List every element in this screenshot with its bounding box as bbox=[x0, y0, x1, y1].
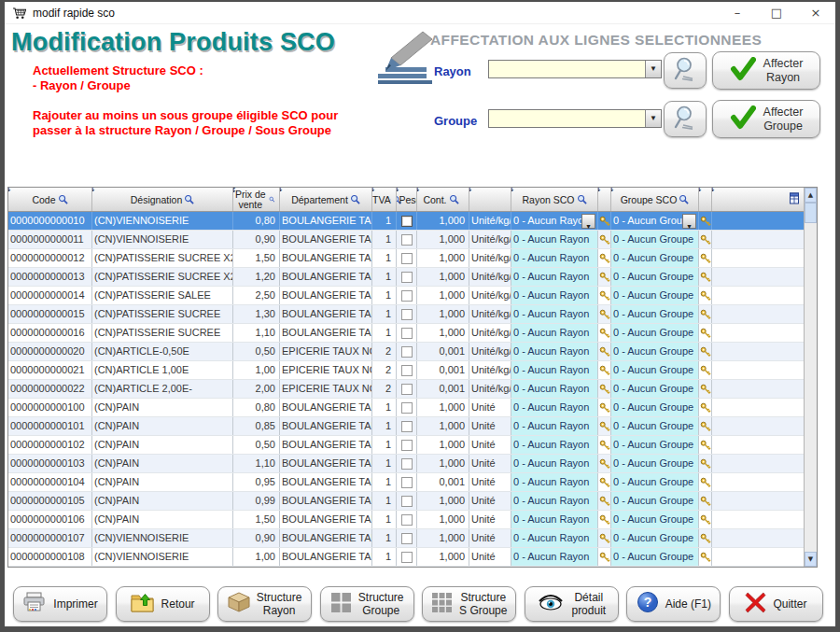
quitter-button[interactable]: Quitter bbox=[729, 586, 823, 622]
cell-groupe-sco[interactable]: 0 - Aucun Groupe bbox=[611, 343, 699, 360]
scrollbar-track[interactable] bbox=[805, 223, 817, 552]
cell-designation[interactable]: (CN)PAIN bbox=[92, 399, 233, 416]
cell-departement[interactable]: BOULANGERIE TAUX bbox=[280, 212, 372, 230]
cell-departement[interactable]: BOULANGERIE TAUX bbox=[280, 548, 372, 566]
groupe-key-button[interactable] bbox=[699, 436, 712, 454]
cell-departement[interactable]: BOULANGERIE TAUX bbox=[280, 231, 372, 248]
groupe-key-button[interactable] bbox=[699, 548, 712, 566]
cell-departement[interactable]: BOULANGERIE TAUX bbox=[280, 455, 372, 472]
pese-checkbox[interactable] bbox=[401, 253, 413, 264]
cell-unite[interactable]: Unité/kg/ bbox=[469, 249, 511, 267]
pese-checkbox[interactable] bbox=[401, 384, 413, 395]
table-row[interactable]: 0000000000012 (CN)PATISSERIE SUCREE X2 1… bbox=[8, 249, 804, 268]
pese-checkbox[interactable] bbox=[401, 440, 413, 451]
cell-designation[interactable]: (CN)VIENNOISERIE bbox=[92, 529, 233, 547]
cell-groupe-sco[interactable]: 0 - Aucun Groupe bbox=[611, 492, 699, 510]
table-row[interactable]: 0000000000106 (CN)PAIN 1,50 BOULANGERIE … bbox=[8, 511, 804, 529]
cell-unite[interactable]: Unité bbox=[469, 511, 511, 528]
cell-tva[interactable]: 1 bbox=[372, 417, 397, 435]
cell-tva[interactable]: 2 bbox=[372, 361, 397, 379]
cell-departement[interactable]: BOULANGERIE TAUX bbox=[280, 529, 372, 547]
groupe-key-button[interactable] bbox=[699, 473, 712, 491]
cell-groupe-sco[interactable]: 0 - Aucun Groupe bbox=[611, 548, 699, 566]
cell-prix[interactable]: 0,85 bbox=[233, 417, 280, 435]
cell-departement[interactable]: BOULANGERIE TAUX bbox=[280, 511, 372, 528]
cell-rayon-sco[interactable]: 0 - Aucun Rayon bbox=[511, 492, 598, 510]
cell-unite[interactable]: Unité bbox=[469, 417, 511, 435]
cell-departement[interactable]: BOULANGERIE TAUX bbox=[280, 417, 372, 435]
cell-rayon-sco[interactable]: 0 - Aucun Rayon bbox=[511, 511, 598, 528]
groupe-combobox-arrow-icon[interactable] bbox=[645, 110, 661, 127]
cell-cont[interactable]: 1,000 bbox=[417, 548, 469, 566]
cell-departement[interactable]: BOULANGERIE TAUX bbox=[280, 305, 372, 323]
cell-departement[interactable]: EPICERIE TAUX NOR bbox=[280, 343, 372, 360]
cell-designation[interactable]: (CN)PAIN bbox=[92, 455, 233, 472]
scroll-up-icon[interactable]: ▲ bbox=[805, 188, 817, 203]
cell-designation[interactable]: (CN)VIENNOISERIE bbox=[92, 212, 233, 230]
column-header-code[interactable]: Code bbox=[8, 188, 92, 211]
column-header-tva[interactable]: TVA bbox=[372, 188, 397, 211]
affecter-groupe-button[interactable]: Affecter Groupe bbox=[712, 100, 820, 138]
imprimer-button[interactable]: Imprimer bbox=[13, 586, 107, 622]
cell-rayon-sco[interactable]: 0 - Aucun Rayon bbox=[511, 529, 598, 547]
pese-checkbox[interactable] bbox=[401, 402, 413, 414]
pese-checkbox[interactable] bbox=[401, 309, 413, 320]
cell-unite[interactable]: Unité bbox=[469, 399, 511, 416]
cell-departement[interactable]: BOULANGERIE TAUX bbox=[280, 473, 372, 491]
cell-pese[interactable] bbox=[397, 305, 417, 323]
cell-prix[interactable]: 1,00 bbox=[233, 548, 280, 566]
cell-designation[interactable]: (CN)PAIN bbox=[92, 473, 233, 491]
cell-pese[interactable] bbox=[397, 399, 417, 416]
cell-rayon-sco[interactable]: 0 - Aucun Rayon bbox=[511, 324, 598, 342]
table-row[interactable]: 0000000000103 (CN)PAIN 1,10 BOULANGERIE … bbox=[8, 455, 804, 473]
pese-checkbox[interactable] bbox=[401, 328, 413, 339]
cell-pese[interactable] bbox=[397, 287, 417, 304]
cell-code[interactable]: 0000000000104 bbox=[8, 473, 92, 491]
cell-groupe-sco[interactable]: 0 - Aucun Groupe bbox=[611, 249, 699, 267]
cell-departement[interactable]: BOULANGERIE TAUX bbox=[280, 249, 372, 267]
cell-prix[interactable]: 0,50 bbox=[233, 436, 280, 454]
cell-tva[interactable]: 1 bbox=[372, 324, 397, 342]
table-row[interactable]: 0000000000013 (CN)PATISSERIE SUCREE X2 1… bbox=[8, 268, 804, 287]
cell-groupe-sco[interactable]: 0 - Aucun Groupe bbox=[611, 455, 699, 472]
cell-prix[interactable]: 1,30 bbox=[233, 305, 280, 323]
cell-code[interactable]: 0000000000021 bbox=[8, 361, 92, 379]
cell-tva[interactable]: 2 bbox=[372, 343, 397, 360]
groupe-key-button[interactable] bbox=[699, 231, 712, 248]
cell-cont[interactable]: 1,000 bbox=[417, 324, 469, 342]
pese-checkbox[interactable] bbox=[401, 216, 413, 227]
cell-rayon-sco[interactable]: 0 - Aucun Rayon bbox=[511, 361, 598, 379]
cell-pese[interactable] bbox=[397, 436, 417, 454]
cell-cont[interactable]: 1,000 bbox=[417, 511, 469, 528]
cell-prix[interactable]: 1,20 bbox=[233, 268, 280, 286]
cell-tva[interactable]: 1 bbox=[372, 473, 397, 491]
cell-departement[interactable]: BOULANGERIE TAUX bbox=[280, 492, 372, 510]
cell-pese[interactable] bbox=[397, 473, 417, 491]
cell-cont[interactable]: 0,001 bbox=[417, 473, 469, 491]
pese-checkbox[interactable] bbox=[401, 477, 413, 488]
groupe-key-button[interactable] bbox=[699, 492, 712, 510]
groupe-key-button[interactable] bbox=[699, 511, 712, 528]
cell-unite[interactable]: Unité/kg/ bbox=[469, 212, 511, 230]
groupe-key-button[interactable] bbox=[699, 455, 712, 472]
pese-checkbox[interactable] bbox=[401, 365, 413, 376]
cell-prix[interactable]: 1,50 bbox=[233, 511, 280, 528]
cell-tva[interactable]: 1 bbox=[372, 529, 397, 547]
groupe-combobox[interactable] bbox=[488, 109, 662, 128]
cell-departement[interactable]: BOULANGERIE TAUX bbox=[280, 324, 372, 342]
groupe-key-button[interactable] bbox=[699, 268, 712, 286]
cell-pese[interactable] bbox=[397, 548, 417, 566]
rayon-key-button[interactable] bbox=[598, 361, 611, 379]
cell-tva[interactable]: 1 bbox=[372, 511, 397, 528]
column-header-cont[interactable]: Cont. bbox=[417, 188, 469, 211]
pese-checkbox[interactable] bbox=[401, 346, 413, 358]
cell-designation[interactable]: (CN)ARTICLE 1,00E bbox=[92, 361, 233, 379]
cell-groupe-sco[interactable]: 0 - Aucun Groupe bbox=[611, 436, 699, 454]
rayon-key-button[interactable] bbox=[598, 324, 611, 342]
cell-rayon-sco[interactable]: 0 - Aucun Rayon bbox=[511, 287, 598, 304]
rayon-key-button[interactable] bbox=[598, 511, 611, 528]
cell-departement[interactable]: BOULANGERIE TAUX bbox=[280, 399, 372, 416]
cell-cont[interactable]: 0,001 bbox=[417, 343, 469, 360]
column-header-designation[interactable]: Désignation bbox=[92, 188, 233, 211]
table-row[interactable]: 0000000000108 (CN)VIENNOISERIE 1,00 BOUL… bbox=[8, 548, 804, 567]
